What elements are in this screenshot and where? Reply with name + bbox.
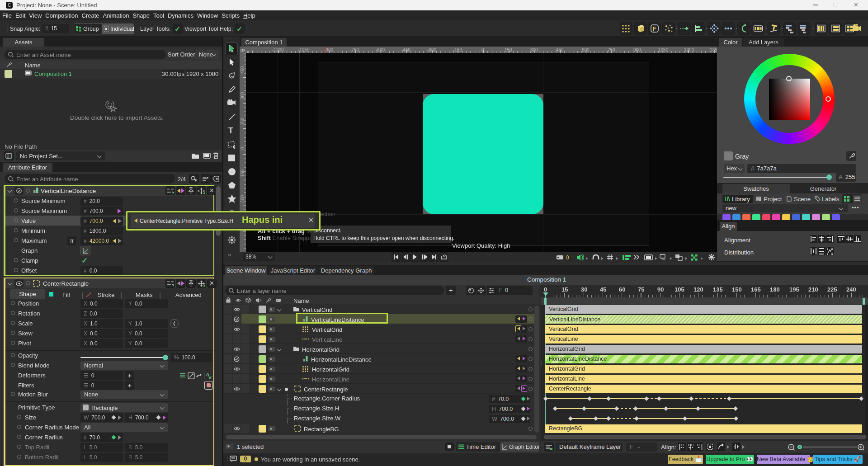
svg-text:F: F: [653, 25, 656, 32]
svg-text:0: 0: [566, 254, 569, 261]
